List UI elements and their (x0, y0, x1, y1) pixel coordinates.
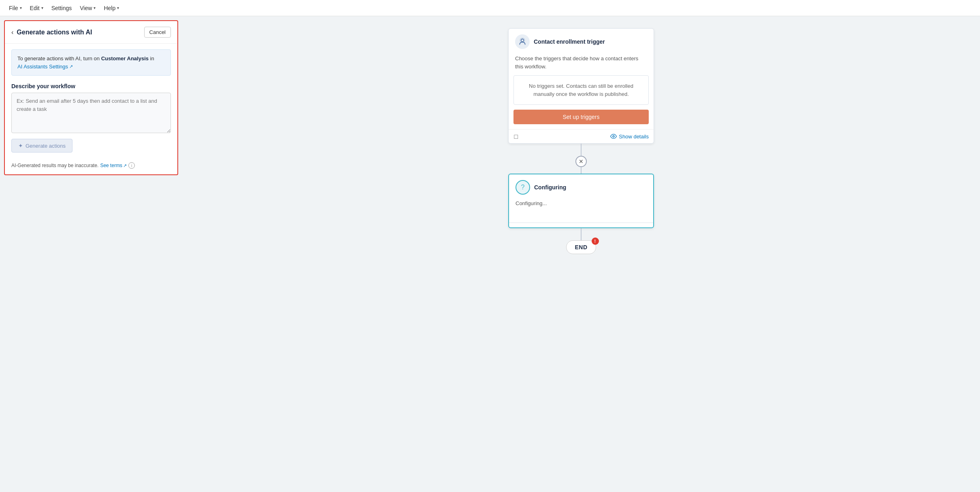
config-card-footer (509, 223, 653, 227)
panel-title: Generate actions with AI (17, 29, 92, 36)
section-label: Describe your workflow (5, 81, 177, 93)
show-details-link[interactable]: Show details (610, 133, 649, 140)
no-triggers-box: No triggers set. Contacts can still be e… (513, 75, 649, 105)
menu-settings[interactable]: Settings (47, 2, 76, 14)
person-icon (518, 38, 526, 46)
info-prefix: To generate actions with AI, turn on (17, 55, 101, 62)
trigger-card-header: Contact enrollment trigger (509, 29, 654, 53)
setup-triggers-button[interactable]: Set up triggers (513, 110, 649, 124)
menu-view-label: View (80, 5, 92, 11)
generate-btn-label: Generate actions (26, 143, 66, 149)
terms-external-icon: ↗ (123, 163, 127, 168)
file-chevron-icon: ▾ (20, 6, 22, 10)
remove-connection-button[interactable]: ✕ (575, 156, 587, 167)
panel-header-left: ‹ Generate actions with AI (11, 29, 92, 36)
see-terms-link[interactable]: See terms ↗ (100, 163, 127, 168)
end-node-wrapper: END ! (566, 240, 596, 254)
panel-footer: AI-Generated results may be inaccurate. … (5, 158, 177, 174)
trigger-icon-circle (515, 34, 530, 49)
connector-line-1 (581, 144, 582, 156)
copy-icon[interactable]: ◻ (513, 133, 518, 140)
edit-chevron-icon: ▾ (41, 6, 43, 10)
menu-file[interactable]: File ▾ (5, 2, 26, 14)
menu-settings-label: Settings (51, 5, 72, 11)
end-label: END (575, 244, 587, 250)
footer-text: AI-Generated results may be inaccurate. (11, 163, 98, 168)
svg-point-0 (521, 39, 524, 42)
menu-help-label: Help (104, 5, 115, 11)
external-link-icon: ↗ (69, 63, 73, 70)
panel-header: ‹ Generate actions with AI Cancel (5, 21, 177, 44)
canvas-area: Contact enrollment trigger Choose the tr… (182, 16, 980, 492)
menu-edit-label: Edit (30, 5, 40, 11)
show-details-label: Show details (619, 134, 649, 140)
trigger-card-title: Contact enrollment trigger (534, 38, 605, 45)
menu-view[interactable]: View ▾ (76, 2, 100, 14)
short-connector-line (581, 167, 582, 174)
back-arrow-icon[interactable]: ‹ (11, 29, 13, 36)
config-body: Configuring... (509, 199, 653, 223)
see-terms-label: See terms (100, 163, 122, 168)
eye-icon (610, 133, 617, 140)
view-chevron-icon: ▾ (94, 6, 96, 10)
info-tooltip-icon[interactable]: i (128, 162, 135, 169)
main-layout: ‹ Generate actions with AI Cancel To gen… (0, 16, 980, 492)
help-chevron-icon: ▾ (117, 6, 119, 10)
config-icon-circle: ? (516, 180, 530, 195)
workflow-textarea[interactable] (11, 93, 171, 133)
left-panel: ‹ Generate actions with AI Cancel To gen… (4, 20, 178, 175)
generate-actions-button[interactable]: ✦ Generate actions (11, 139, 72, 153)
end-error-badge: ! (592, 238, 599, 245)
cancel-button[interactable]: Cancel (144, 27, 171, 38)
configuring-card: ? Configuring Configuring... (508, 174, 654, 228)
info-bold: Customer Analysis (101, 55, 149, 62)
info-middle: in (149, 55, 154, 62)
menu-bar: File ▾ Edit ▾ Settings View ▾ Help ▾ (0, 0, 980, 16)
workflow-container: Contact enrollment trigger Choose the tr… (508, 28, 654, 254)
sparkle-icon: ✦ (18, 142, 23, 149)
trigger-description: Choose the triggers that decide how a co… (509, 53, 654, 75)
ai-settings-link-text: AI Assistants Settings (17, 63, 68, 71)
menu-file-label: File (9, 5, 18, 11)
menu-help[interactable]: Help ▾ (100, 2, 123, 14)
connector-with-x: ✕ (575, 156, 587, 174)
connector-line-2 (581, 228, 582, 240)
menu-edit[interactable]: Edit ▾ (26, 2, 47, 14)
info-box: To generate actions with AI, turn on Cus… (11, 49, 171, 76)
trigger-card: Contact enrollment trigger Choose the tr… (508, 28, 654, 144)
config-card-title: Configuring (534, 184, 566, 191)
config-card-header: ? Configuring (509, 174, 653, 199)
ai-settings-link[interactable]: AI Assistants Settings↗ (17, 63, 73, 71)
trigger-card-footer: ◻ Show details (509, 129, 654, 143)
svg-point-2 (613, 136, 614, 137)
end-node: END ! (566, 240, 596, 254)
